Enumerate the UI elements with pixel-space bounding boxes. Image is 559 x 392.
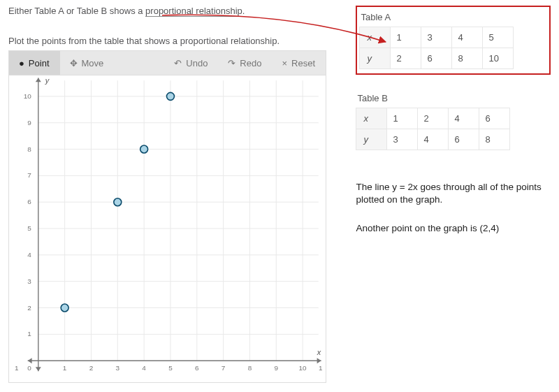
explanation-1: The line y = 2x goes through all of the … bbox=[356, 181, 551, 206]
table-b-y2: 6 bbox=[449, 129, 479, 150]
table-row: y 3 4 6 8 bbox=[356, 129, 510, 150]
redo-label: Redo bbox=[240, 58, 261, 68]
svg-text:0: 0 bbox=[27, 364, 31, 372]
move-label: Move bbox=[82, 58, 104, 68]
svg-text:1: 1 bbox=[27, 330, 31, 337]
svg-text:x: x bbox=[317, 348, 321, 356]
table-a-y1: 6 bbox=[421, 48, 452, 69]
table-b-x2: 4 bbox=[449, 108, 479, 129]
q1-text-a: Either Table A or Table B shows a bbox=[8, 6, 145, 16]
table-b-x1: 2 bbox=[418, 108, 449, 129]
svg-text:4: 4 bbox=[142, 364, 146, 372]
table-b: x 1 2 4 6 y 3 4 6 8 bbox=[356, 108, 510, 150]
svg-text:6: 6 bbox=[27, 198, 31, 205]
explanation-2: Another point on the graph is (2,4) bbox=[356, 223, 551, 233]
svg-text:7: 7 bbox=[222, 364, 226, 372]
svg-text:1: 1 bbox=[15, 364, 19, 372]
svg-text:9: 9 bbox=[27, 119, 31, 126]
svg-text:1: 1 bbox=[319, 364, 323, 372]
point-label: Point bbox=[29, 58, 50, 68]
svg-text:2: 2 bbox=[27, 304, 31, 312]
table-a-x1: 3 bbox=[421, 27, 452, 48]
table-a-title: Table A bbox=[361, 12, 547, 22]
undo-label: Undo bbox=[186, 58, 208, 68]
table-a-x2: 4 bbox=[452, 27, 483, 48]
svg-text:9: 9 bbox=[275, 364, 279, 372]
svg-text:2: 2 bbox=[89, 364, 94, 372]
svg-point-47 bbox=[61, 304, 68, 312]
move-icon: ✥ bbox=[70, 58, 78, 68]
svg-text:5: 5 bbox=[168, 364, 173, 372]
table-a-x0: 1 bbox=[391, 27, 421, 48]
svg-text:y: y bbox=[45, 76, 50, 85]
svg-text:6: 6 bbox=[195, 364, 199, 372]
svg-point-49 bbox=[140, 145, 148, 153]
redo-icon: ↷ bbox=[228, 58, 235, 68]
svg-text:7: 7 bbox=[27, 171, 31, 179]
reset-label: Reset bbox=[291, 58, 315, 68]
table-b-x0: 1 bbox=[387, 108, 418, 129]
table-b-y0: 3 bbox=[387, 129, 418, 150]
undo-icon: ↶ bbox=[174, 58, 182, 68]
svg-text:5: 5 bbox=[27, 224, 31, 232]
q1-text-b: . bbox=[242, 6, 245, 16]
table-b-box: Table B x 1 2 4 6 y 3 4 6 8 bbox=[356, 93, 551, 150]
point-icon: ● bbox=[19, 58, 24, 68]
reset-button[interactable]: × Reset bbox=[272, 51, 326, 75]
table-a-box: Table A x 1 3 4 5 y 2 6 8 10 bbox=[356, 6, 551, 75]
table-a: x 1 3 4 5 y 2 6 8 10 bbox=[359, 27, 514, 69]
table-a-y0: 2 bbox=[391, 48, 421, 69]
chart-svg: 1234567891012345678910011yx bbox=[9, 75, 326, 382]
table-row: x 1 3 4 5 bbox=[360, 27, 514, 48]
chart[interactable]: 1234567891012345678910011yx bbox=[8, 75, 326, 383]
redo-button[interactable]: ↷ Redo bbox=[218, 51, 272, 75]
table-b-y3: 8 bbox=[479, 129, 510, 150]
table-a-y2: 8 bbox=[452, 48, 483, 69]
question-line-2: Plot the points from the table that show… bbox=[8, 36, 342, 46]
table-b-y1: 4 bbox=[418, 129, 449, 150]
svg-text:3: 3 bbox=[116, 364, 120, 372]
table-row: x 1 2 4 6 bbox=[356, 108, 510, 129]
move-button[interactable]: ✥ Move bbox=[60, 51, 115, 75]
table-row: y 2 6 8 10 bbox=[360, 48, 514, 69]
svg-point-48 bbox=[114, 198, 122, 206]
q1-underline: proportional relationship bbox=[145, 6, 242, 17]
table-a-x-label: x bbox=[360, 27, 391, 48]
table-b-x-label: x bbox=[356, 108, 387, 129]
point-button[interactable]: ● Point bbox=[9, 51, 60, 75]
svg-text:1: 1 bbox=[63, 364, 67, 372]
svg-text:8: 8 bbox=[248, 364, 252, 372]
svg-point-50 bbox=[166, 92, 174, 100]
reset-icon: × bbox=[282, 58, 287, 68]
table-b-title: Table B bbox=[357, 93, 551, 103]
table-b-y-label: y bbox=[356, 129, 387, 150]
table-a-y3: 10 bbox=[483, 48, 514, 69]
svg-text:10: 10 bbox=[299, 364, 307, 372]
table-a-x3: 5 bbox=[483, 27, 514, 48]
table-a-y-label: y bbox=[360, 48, 391, 69]
undo-button[interactable]: ↶ Undo bbox=[164, 51, 218, 75]
svg-text:10: 10 bbox=[24, 92, 32, 100]
svg-text:4: 4 bbox=[27, 251, 31, 259]
plot-toolbar: ● Point ✥ Move ↶ Undo ↷ Redo × Reset bbox=[8, 50, 326, 75]
svg-text:8: 8 bbox=[27, 145, 31, 153]
svg-text:3: 3 bbox=[27, 277, 31, 285]
table-b-x3: 6 bbox=[479, 108, 510, 129]
question-line-1: Either Table A or Table B shows a propor… bbox=[8, 6, 342, 16]
